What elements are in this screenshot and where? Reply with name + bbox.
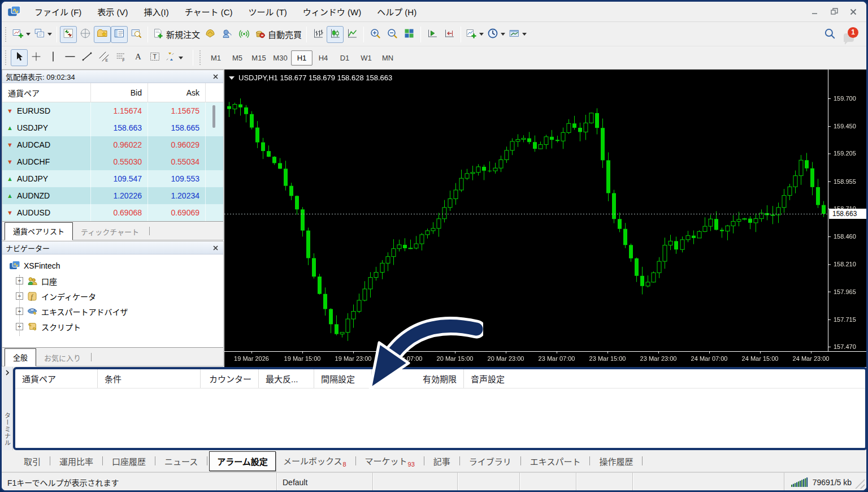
quote-row-audcad[interactable]: ▼AUDCAD0.960220.96029 xyxy=(2,136,223,153)
navigator-item[interactable]: +エキスパートアドバイザ xyxy=(2,304,223,319)
chevron-down-icon[interactable] xyxy=(522,33,527,36)
arrows-tool[interactable] xyxy=(163,49,185,66)
vertical-line-tool[interactable] xyxy=(45,49,62,66)
quote-row-audusd[interactable]: ▼AUDUSD0.690680.69069 xyxy=(2,204,223,221)
terminal-tab-5[interactable]: アラーム設定 xyxy=(209,451,276,471)
auto-scroll-button[interactable] xyxy=(424,26,441,43)
close-button[interactable] xyxy=(844,5,863,19)
terminal-tab-6[interactable]: メールボックス8 xyxy=(276,451,354,471)
alarm-column-header[interactable]: カウンター xyxy=(201,369,259,388)
minimize-button[interactable] xyxy=(805,5,824,19)
timeframe-m5[interactable]: M5 xyxy=(227,50,248,66)
menu-item[interactable]: 表示 (V) xyxy=(89,2,136,21)
terminal-tab-2[interactable]: 運用比率 xyxy=(52,452,101,471)
timeframe-w1[interactable]: W1 xyxy=(355,50,377,66)
terminal-tab-1[interactable]: 取引 xyxy=(16,452,48,471)
market-watch-tab[interactable]: ティックチャート xyxy=(73,223,147,240)
close-icon[interactable] xyxy=(211,72,220,81)
new-order-button[interactable]: 新規注文 xyxy=(151,26,202,43)
candlestick-button[interactable] xyxy=(327,26,344,43)
menu-item[interactable]: チャート (C) xyxy=(177,2,241,21)
terminal-tab-8[interactable]: 記事 xyxy=(426,452,458,471)
mql5-community-button[interactable] xyxy=(219,26,236,43)
terminal-tab-10[interactable]: エキスパート xyxy=(523,452,588,471)
navigator-item[interactable]: +口座 xyxy=(2,273,223,288)
autotrading-button[interactable]: 自動売買 xyxy=(253,26,303,43)
terminal-tab-3[interactable]: 口座履歴 xyxy=(105,452,153,471)
alarm-column-header[interactable]: 有効期限 xyxy=(372,369,464,388)
signals-button[interactable] xyxy=(236,26,253,43)
notifications-button[interactable]: 1 xyxy=(844,27,858,42)
channel-tool[interactable]: E xyxy=(96,49,112,66)
alarm-column-header[interactable]: 条件 xyxy=(98,369,201,388)
alarm-column-header[interactable]: 音声設定 xyxy=(464,369,865,388)
chevron-down-icon[interactable] xyxy=(479,33,484,36)
expand-chevron-icon[interactable] xyxy=(5,369,10,376)
navigator-tab[interactable]: 全般 xyxy=(5,348,36,366)
tile-windows-button[interactable] xyxy=(401,26,418,43)
price-chart-canvas[interactable] xyxy=(224,70,868,367)
timeframe-d1[interactable]: D1 xyxy=(334,50,355,66)
cursor-tool[interactable] xyxy=(11,49,28,66)
status-profile[interactable]: Default xyxy=(277,473,373,492)
menu-item[interactable]: ファイル (F) xyxy=(27,2,89,21)
zoom-out-button[interactable] xyxy=(384,26,401,43)
navigator-tab[interactable]: お気に入り xyxy=(36,349,89,366)
alarm-column-header[interactable]: 間隔設定 xyxy=(314,369,372,388)
metaeditor-button[interactable] xyxy=(202,26,219,43)
fibonacci-tool[interactable]: F xyxy=(112,49,129,66)
search-button[interactable] xyxy=(821,26,838,43)
terminal-tab-7[interactable]: マーケット93 xyxy=(358,451,422,471)
chart-shift-button[interactable] xyxy=(441,26,458,43)
terminal-tab-11[interactable]: 操作履歴 xyxy=(592,452,640,471)
menu-item[interactable]: 挿入(I) xyxy=(136,2,177,21)
quote-row-audchf[interactable]: ▼AUDCHF0.550300.55034 xyxy=(2,153,223,170)
new-chart-button[interactable] xyxy=(11,26,32,43)
text-tool[interactable]: A xyxy=(129,49,146,66)
restore-button[interactable] xyxy=(824,5,844,19)
label-tool[interactable]: T xyxy=(146,49,163,66)
timeframe-mn[interactable]: MN xyxy=(377,50,398,66)
chevron-down-icon[interactable] xyxy=(47,33,52,36)
timeframe-m30[interactable]: M30 xyxy=(270,50,291,66)
quote-row-audjpy[interactable]: ▲AUDJPY109.547109.553 xyxy=(2,170,223,187)
market-watch-tab[interactable]: 通貨ペアリスト xyxy=(5,222,73,240)
quote-row-audnzd[interactable]: ▲AUDNZD1.202261.20234 xyxy=(2,187,223,204)
navigator-item[interactable]: +fインディケータ xyxy=(2,288,223,304)
terminal-toggle[interactable] xyxy=(111,26,128,43)
alarm-column-header[interactable]: 通貨ペア xyxy=(15,369,98,388)
timeframe-m1[interactable]: M1 xyxy=(205,50,227,66)
navigator-item[interactable]: +スクリプト xyxy=(2,319,223,334)
trendline-tool[interactable] xyxy=(79,49,96,66)
close-icon[interactable] xyxy=(211,243,220,252)
navigator-root[interactable]: XSFintech xyxy=(2,258,223,273)
menu-item[interactable]: ウィンドウ (W) xyxy=(295,2,369,21)
column-header-ask[interactable]: Ask xyxy=(148,83,206,102)
horizontal-line-tool[interactable] xyxy=(62,49,79,66)
menu-item[interactable]: ツール (T) xyxy=(241,2,295,21)
zoom-in-button[interactable] xyxy=(367,26,384,43)
chevron-down-icon[interactable] xyxy=(179,57,183,59)
alarm-column-header[interactable]: 最大反... xyxy=(259,369,314,388)
market-watch-toggle[interactable] xyxy=(60,26,77,43)
line-chart-button[interactable] xyxy=(344,26,361,43)
timeframe-h1[interactable]: H1 xyxy=(291,50,313,66)
data-window-button[interactable] xyxy=(77,26,94,43)
menu-item[interactable]: ヘルプ (H) xyxy=(369,2,424,21)
templates-button[interactable] xyxy=(507,26,528,43)
indicators-button[interactable] xyxy=(464,26,485,43)
periods-button[interactable] xyxy=(485,26,507,43)
crosshair-tool[interactable] xyxy=(28,49,45,66)
quote-row-eurusd[interactable]: ▼EURUSD1.156741.15675 xyxy=(2,102,223,119)
navigator-toggle[interactable] xyxy=(94,26,111,43)
chart-menu-icon[interactable] xyxy=(229,76,235,80)
column-header-bid[interactable]: Bid xyxy=(91,83,148,102)
quote-row-usdjpy[interactable]: ▲USDJPY158.663158.665 xyxy=(2,119,223,136)
timeframe-m15[interactable]: M15 xyxy=(248,50,270,66)
terminal-tab-4[interactable]: ニュース xyxy=(157,452,205,471)
market-watch-scrollbar[interactable] xyxy=(212,105,215,128)
profiles-button[interactable] xyxy=(32,26,54,43)
terminal-tab-9[interactable]: ライブラリ xyxy=(462,452,519,471)
column-header-[interactable]: 通貨ペア xyxy=(2,83,91,102)
strategy-tester-button[interactable] xyxy=(128,26,145,43)
